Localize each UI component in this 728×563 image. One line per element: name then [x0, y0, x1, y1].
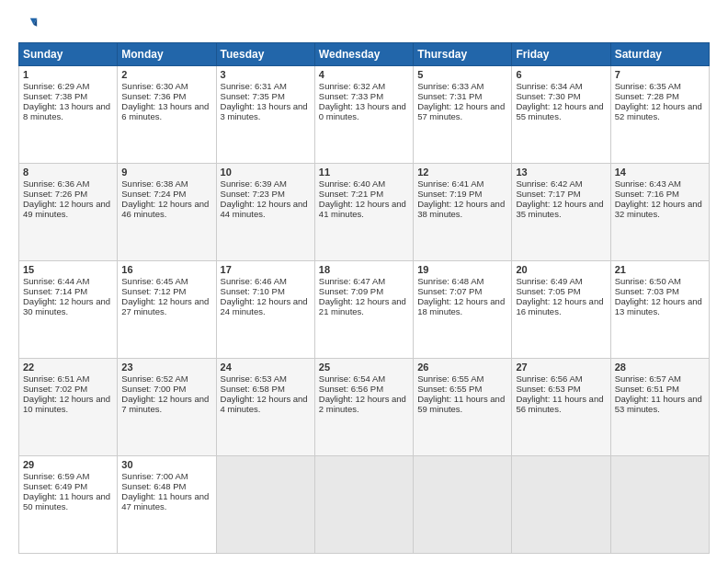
- day-info: Daylight: 12 hours and 30 minutes.: [23, 296, 113, 316]
- day-number: 30: [121, 459, 211, 470]
- day-info: Sunset: 6:51 PM: [615, 384, 705, 394]
- day-info: Sunrise: 6:47 AM: [319, 276, 409, 286]
- calendar-week-row: 22Sunrise: 6:51 AMSunset: 7:02 PMDayligh…: [19, 359, 710, 456]
- page: SundayMondayTuesdayWednesdayThursdayFrid…: [0, 0, 728, 563]
- day-info: Sunrise: 6:40 AM: [319, 178, 409, 189]
- day-number: 25: [319, 362, 409, 373]
- calendar-cell: 7Sunrise: 6:35 AMSunset: 7:28 PMDaylight…: [610, 66, 709, 164]
- day-info: Sunset: 7:26 PM: [23, 189, 113, 199]
- day-info: Sunset: 6:56 PM: [319, 384, 409, 394]
- calendar-cell: 16Sunrise: 6:45 AMSunset: 7:12 PMDayligh…: [118, 261, 216, 359]
- day-info: Daylight: 12 hours and 35 minutes.: [516, 199, 606, 219]
- day-info: Sunset: 7:09 PM: [319, 286, 409, 296]
- day-info: Sunrise: 6:54 AM: [319, 373, 409, 384]
- day-info: Sunrise: 6:42 AM: [516, 178, 606, 189]
- day-info: Daylight: 11 hours and 50 minutes.: [23, 491, 113, 511]
- day-info: Sunrise: 6:51 AM: [23, 373, 113, 384]
- day-number: 1: [23, 69, 113, 80]
- day-info: Sunrise: 6:35 AM: [615, 81, 705, 91]
- day-info: Daylight: 11 hours and 53 minutes.: [615, 394, 705, 414]
- day-info: Sunset: 6:49 PM: [23, 481, 113, 491]
- day-number: 13: [516, 167, 606, 178]
- day-number: 19: [417, 264, 507, 275]
- day-info: Sunset: 6:48 PM: [121, 481, 211, 491]
- day-info: Daylight: 12 hours and 46 minutes.: [121, 199, 211, 219]
- day-number: 26: [417, 362, 507, 373]
- calendar-cell: [216, 456, 314, 554]
- day-info: Sunrise: 6:38 AM: [121, 178, 211, 189]
- header: [18, 15, 710, 35]
- day-info: Daylight: 12 hours and 2 minutes.: [319, 394, 409, 414]
- day-info: Sunset: 6:58 PM: [221, 384, 311, 394]
- day-header-tuesday: Tuesday: [216, 43, 314, 66]
- day-info: Daylight: 12 hours and 21 minutes.: [319, 296, 409, 316]
- calendar-cell: 22Sunrise: 6:51 AMSunset: 7:02 PMDayligh…: [19, 359, 118, 456]
- day-info: Sunrise: 6:45 AM: [121, 276, 211, 286]
- calendar-table: SundayMondayTuesdayWednesdayThursdayFrid…: [18, 42, 710, 554]
- day-info: Daylight: 13 hours and 8 minutes.: [23, 101, 113, 121]
- day-info: Sunset: 7:17 PM: [516, 189, 606, 199]
- day-info: Sunset: 7:14 PM: [23, 286, 113, 296]
- day-info: Sunrise: 6:52 AM: [121, 373, 211, 384]
- day-info: Sunrise: 6:59 AM: [23, 471, 113, 481]
- day-number: 2: [121, 69, 211, 80]
- day-info: Daylight: 12 hours and 41 minutes.: [319, 199, 409, 219]
- day-info: Daylight: 12 hours and 44 minutes.: [221, 199, 311, 219]
- day-info: Sunset: 7:23 PM: [221, 189, 311, 199]
- calendar-cell: 6Sunrise: 6:34 AMSunset: 7:30 PMDaylight…: [512, 66, 610, 164]
- calendar-cell: 5Sunrise: 6:33 AMSunset: 7:31 PMDaylight…: [414, 66, 512, 164]
- day-info: Sunset: 7:19 PM: [417, 189, 507, 199]
- day-info: Sunrise: 6:44 AM: [23, 276, 113, 286]
- day-number: 6: [516, 69, 606, 80]
- day-number: 8: [23, 167, 113, 178]
- calendar-cell: 17Sunrise: 6:46 AMSunset: 7:10 PMDayligh…: [216, 261, 314, 359]
- day-info: Daylight: 11 hours and 47 minutes.: [121, 491, 211, 511]
- day-number: 24: [221, 362, 311, 373]
- day-info: Sunrise: 6:56 AM: [516, 373, 606, 384]
- day-number: 16: [121, 264, 211, 275]
- calendar-cell: 25Sunrise: 6:54 AMSunset: 6:56 PMDayligh…: [314, 359, 413, 456]
- calendar-cell: 4Sunrise: 6:32 AMSunset: 7:33 PMDaylight…: [314, 66, 413, 164]
- day-number: 15: [23, 264, 113, 275]
- day-info: Daylight: 12 hours and 18 minutes.: [417, 296, 507, 316]
- day-info: Daylight: 12 hours and 52 minutes.: [615, 101, 705, 121]
- calendar-cell: 14Sunrise: 6:43 AMSunset: 7:16 PMDayligh…: [610, 164, 709, 261]
- day-info: Sunrise: 6:41 AM: [417, 178, 507, 189]
- calendar-cell: 23Sunrise: 6:52 AMSunset: 7:00 PMDayligh…: [118, 359, 216, 456]
- day-info: Daylight: 13 hours and 0 minutes.: [319, 101, 409, 121]
- calendar-cell: 29Sunrise: 6:59 AMSunset: 6:49 PMDayligh…: [19, 456, 118, 554]
- calendar-week-row: 1Sunrise: 6:29 AMSunset: 7:38 PMDaylight…: [19, 66, 710, 164]
- day-info: Sunrise: 6:50 AM: [615, 276, 705, 286]
- day-info: Sunset: 7:24 PM: [121, 189, 211, 199]
- day-info: Daylight: 12 hours and 24 minutes.: [221, 296, 311, 316]
- day-info: Sunset: 7:35 PM: [221, 91, 311, 101]
- day-header-saturday: Saturday: [610, 43, 709, 66]
- day-info: Sunrise: 7:00 AM: [121, 471, 211, 481]
- day-number: 3: [221, 69, 311, 80]
- day-info: Daylight: 13 hours and 3 minutes.: [221, 101, 311, 121]
- calendar-cell: 30Sunrise: 7:00 AMSunset: 6:48 PMDayligh…: [118, 456, 216, 554]
- day-number: 20: [516, 264, 606, 275]
- day-number: 17: [221, 264, 311, 275]
- day-info: Daylight: 12 hours and 7 minutes.: [121, 394, 211, 414]
- calendar-week-row: 8Sunrise: 6:36 AMSunset: 7:26 PMDaylight…: [19, 164, 710, 261]
- day-info: Sunrise: 6:43 AM: [615, 178, 705, 189]
- day-header-thursday: Thursday: [414, 43, 512, 66]
- day-number: 21: [615, 264, 705, 275]
- day-info: Sunset: 7:28 PM: [615, 91, 705, 101]
- day-number: 23: [121, 362, 211, 373]
- day-number: 10: [221, 167, 311, 178]
- day-info: Sunset: 7:33 PM: [319, 91, 409, 101]
- day-header-wednesday: Wednesday: [314, 43, 413, 66]
- day-info: Sunrise: 6:46 AM: [221, 276, 311, 286]
- day-info: Sunrise: 6:36 AM: [23, 178, 113, 189]
- day-info: Sunrise: 6:53 AM: [221, 373, 311, 384]
- day-info: Sunset: 6:53 PM: [516, 384, 606, 394]
- day-header-friday: Friday: [512, 43, 610, 66]
- day-info: Sunset: 7:31 PM: [417, 91, 507, 101]
- day-info: Sunset: 7:36 PM: [121, 91, 211, 101]
- day-info: Sunrise: 6:29 AM: [23, 81, 113, 91]
- day-number: 4: [319, 69, 409, 80]
- day-number: 29: [23, 459, 113, 470]
- calendar-cell: 11Sunrise: 6:40 AMSunset: 7:21 PMDayligh…: [314, 164, 413, 261]
